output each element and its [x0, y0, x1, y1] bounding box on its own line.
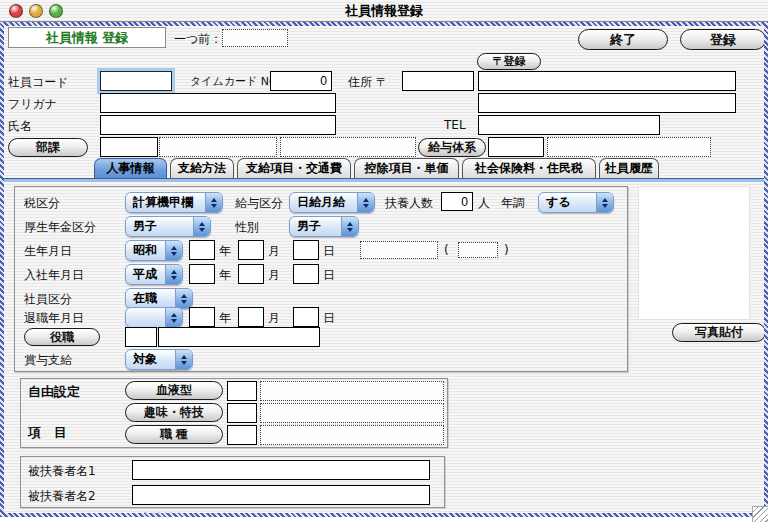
bonus-payment-popup[interactable]: 対象 — [125, 349, 193, 370]
tax-category-label: 税区分 — [24, 195, 60, 212]
tab-payment-items[interactable]: 支給項目・交通費 — [237, 158, 351, 178]
retire-year-input[interactable] — [189, 307, 215, 327]
position-code-input[interactable] — [125, 327, 157, 347]
position-button[interactable]: 役職 — [24, 328, 100, 346]
pension-category-popup[interactable]: 男子 — [125, 216, 211, 237]
dependents-unit-label: 人 — [478, 195, 490, 212]
pay-system-button[interactable]: 給与体系 — [418, 138, 486, 157]
timecard-no-label: タイムカード NO — [190, 74, 278, 89]
gender-popup[interactable]: 男子 — [289, 216, 359, 237]
employee-status-label: 社員区分 — [24, 291, 72, 308]
join-date-label: 入社年月日 — [24, 267, 84, 284]
popup-arrows-icon — [357, 193, 374, 212]
department-name2-field — [280, 137, 416, 157]
tab-social-insurance[interactable]: 社会保険料・住民税 — [462, 158, 596, 178]
tab-underline — [4, 178, 764, 182]
name-input[interactable] — [100, 115, 336, 135]
window-title: 社員情報登録 — [0, 2, 768, 20]
hobby-skill-code-input[interactable] — [227, 403, 257, 423]
gender-label: 性別 — [235, 219, 259, 236]
address2-input[interactable] — [478, 93, 736, 113]
birth-date-label: 生年月日 — [24, 243, 72, 260]
position-name-input[interactable] — [158, 327, 320, 347]
exit-button[interactable]: 終了 — [578, 29, 668, 50]
popup-arrows-icon — [175, 289, 192, 308]
popup-arrows-icon — [341, 217, 358, 236]
age-field — [458, 242, 498, 258]
retire-era-popup[interactable] — [125, 307, 183, 328]
popup-arrows-icon — [193, 217, 210, 236]
furigana-input[interactable] — [100, 93, 336, 113]
birth-year-input[interactable] — [189, 240, 215, 260]
job-type-code-input[interactable] — [227, 425, 257, 445]
join-year-unit: 年 — [219, 267, 231, 284]
hobby-skill-button[interactable]: 趣味・特技 — [125, 403, 223, 422]
dependents-count-input[interactable] — [441, 192, 473, 211]
popup-arrows-icon — [175, 350, 192, 369]
retire-date-label: 退職年月日 — [24, 310, 84, 327]
resize-grip[interactable] — [752, 506, 768, 522]
retire-day-input[interactable] — [293, 307, 319, 327]
popup-arrows-icon — [165, 241, 182, 260]
tab-personal-info[interactable]: 人事情報 — [94, 158, 167, 178]
retire-year-unit: 年 — [219, 310, 231, 327]
join-era-popup[interactable]: 平成 — [125, 264, 183, 285]
dependent1-input[interactable] — [132, 460, 430, 480]
department-name-field — [159, 137, 277, 157]
birth-month-input[interactable] — [238, 240, 264, 260]
title-bar: 社員情報登録 — [0, 0, 768, 22]
popup-arrows-icon — [596, 193, 613, 212]
department-button[interactable]: 部課 — [8, 138, 88, 157]
job-type-button[interactable]: 職 種 — [125, 425, 223, 444]
join-month-unit: 月 — [268, 267, 280, 284]
tax-category-popup[interactable]: 計算機甲欄 — [125, 192, 223, 213]
birth-day-input[interactable] — [293, 240, 319, 260]
hobby-skill-value-field — [260, 403, 444, 423]
minimize-window-icon[interactable] — [29, 4, 43, 18]
birth-era-popup[interactable]: 昭和 — [125, 240, 183, 261]
zip-input[interactable] — [402, 71, 474, 91]
year-end-adjustment-popup[interactable]: する — [538, 192, 614, 213]
pay-type-popup[interactable]: 日給月給 — [289, 192, 375, 213]
previous-record-field — [222, 29, 288, 47]
employee-code-input[interactable] — [100, 71, 172, 91]
popup-arrows-icon — [165, 265, 182, 284]
retire-month-input[interactable] — [238, 307, 264, 327]
form-content: 社員情報 登録 一つ前 : 終了 登録 〒登録 社員コード タイムカード NO … — [4, 26, 764, 513]
address-zip-label: 住所 〒 — [348, 74, 388, 91]
zoom-window-icon[interactable] — [49, 4, 63, 18]
join-day-input[interactable] — [293, 264, 319, 284]
pay-system-code-input[interactable] — [488, 137, 544, 157]
dependent2-input[interactable] — [132, 485, 430, 505]
screen-title: 社員情報 登録 — [8, 27, 166, 48]
birth-year-unit: 年 — [219, 243, 231, 260]
bonus-payment-label: 賞与支給 — [24, 352, 72, 369]
blood-type-value-field — [260, 381, 444, 401]
address1-input[interactable] — [478, 71, 736, 91]
dependents-note: ※被扶養者名は源泉徴収票の摘要2,3に印字されます。 — [4, 511, 574, 513]
birth-day-unit: 日 — [323, 243, 335, 260]
photo-placeholder — [638, 186, 750, 320]
close-window-icon[interactable] — [9, 4, 23, 18]
tel-input[interactable] — [478, 115, 660, 135]
department-code-input[interactable] — [100, 137, 158, 157]
blood-type-button[interactable]: 血液型 — [125, 381, 223, 400]
popup-arrows-icon — [165, 308, 182, 327]
tab-payment-method[interactable]: 支給方法 — [170, 158, 234, 178]
age-paren-close: ) — [504, 243, 509, 257]
tab-deduction-items[interactable]: 控除項目・単価 — [354, 158, 459, 178]
zip-register-button[interactable]: 〒登録 — [477, 53, 541, 70]
blood-type-code-input[interactable] — [227, 381, 257, 401]
pay-type-label: 給与区分 — [235, 195, 283, 212]
join-month-input[interactable] — [238, 264, 264, 284]
register-button[interactable]: 登録 — [680, 29, 764, 50]
year-end-adjustment-label: 年調 — [501, 195, 525, 212]
tab-employee-history[interactable]: 社員履歴 — [599, 158, 659, 178]
dependent2-label: 被扶養者名2 — [28, 488, 96, 505]
previous-record-label: 一つ前 : — [174, 31, 218, 48]
join-year-input[interactable] — [189, 264, 215, 284]
name-label: 氏名 — [8, 118, 32, 135]
photo-paste-button[interactable]: 写真貼付 — [672, 323, 764, 342]
timecard-no-input[interactable] — [270, 71, 332, 91]
employee-status-popup[interactable]: 在職 — [125, 288, 193, 309]
